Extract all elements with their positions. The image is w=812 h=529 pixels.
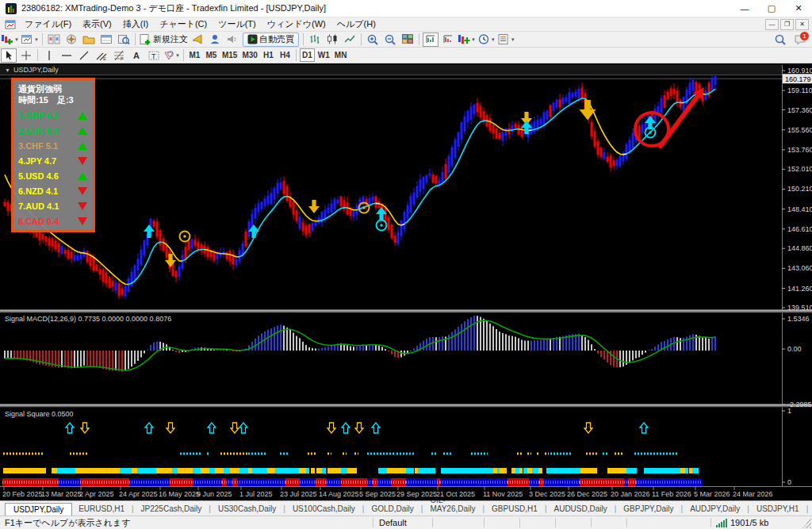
chart-area[interactable]: ▼ USDJPY,Daily 160.910159.110157.360155.…: [0, 63, 812, 500]
chart-tab[interactable]: USDJPY,H1: [750, 503, 806, 516]
strength-row: 8.CAD 0.4: [18, 213, 89, 228]
trendline-tool[interactable]: [76, 48, 92, 63]
down-triangle-icon: [78, 157, 87, 165]
svg-text:0: 0: [787, 478, 791, 486]
strength-label: 6.NZD 4.1: [18, 186, 58, 196]
menu-item[interactable]: 表示(V): [77, 17, 117, 31]
indicators-button[interactable]: ▼: [458, 33, 476, 47]
arrange-a-button[interactable]: [423, 33, 439, 47]
down-triangle-icon: [78, 202, 87, 210]
community-button[interactable]: [207, 33, 223, 47]
menu-item[interactable]: ヘルプ(H): [331, 17, 381, 31]
menu-item[interactable]: チャート(C): [154, 17, 213, 31]
line-chart-mode-button[interactable]: [342, 33, 358, 47]
vline-tool[interactable]: [41, 48, 57, 63]
strength-row: 5.USD 4.6: [18, 168, 89, 183]
auto-trading-button[interactable]: 自動売買: [243, 33, 299, 47]
chart-tab[interactable]: JP225Cash,Daily: [135, 503, 209, 516]
chart-tab[interactable]: GOLD,Daily: [365, 503, 419, 516]
price-chart[interactable]: 160.910159.110157.360155.560153.760152.0…: [0, 63, 812, 500]
timeframe-W1[interactable]: W1: [316, 48, 331, 62]
crosshair-tool[interactable]: [18, 48, 34, 63]
cursor-tool[interactable]: [1, 48, 17, 63]
hline-tool[interactable]: [59, 48, 75, 63]
svg-text:157.360: 157.360: [787, 106, 812, 114]
svg-text:143.060: 143.060: [787, 264, 812, 272]
chart-tab[interactable]: GBPUSD,H1: [485, 503, 544, 516]
new-order-label: 新規注文: [153, 33, 188, 45]
chart-tab[interactable]: EURUSD,H1: [72, 503, 131, 516]
timeframe-M30[interactable]: M30: [240, 48, 259, 62]
timeframe-H4[interactable]: H4: [278, 48, 293, 62]
svg-text:T: T: [151, 52, 156, 59]
zoom-in-button[interactable]: [365, 33, 381, 47]
navigator-button[interactable]: [63, 33, 79, 47]
svg-text:146.610: 146.610: [787, 225, 812, 233]
notifications-icon[interactable]: 1: [794, 33, 807, 46]
timeframe-MN[interactable]: MN: [333, 48, 349, 62]
close-button[interactable]: ✕: [785, 0, 812, 17]
strength-row: 1.GBP 6.6: [18, 108, 89, 123]
minimize-button[interactable]: —: [731, 0, 758, 17]
market-watch-button[interactable]: [46, 33, 62, 47]
terminal-button[interactable]: [98, 33, 114, 47]
maximize-button[interactable]: ▢: [758, 0, 785, 17]
channel-tool[interactable]: E: [94, 48, 109, 63]
timeframe-M15[interactable]: M15: [220, 48, 239, 62]
chart-tab[interactable]: GBPJPY,Daily: [617, 503, 680, 516]
timeframe-M5[interactable]: M5: [204, 48, 219, 62]
text-tool[interactable]: A: [128, 48, 144, 63]
svg-text:153.760: 153.760: [787, 146, 812, 154]
chart-tab[interactable]: AUDJPY,Daily: [684, 503, 746, 516]
svg-text:Signal Square 0.0500: Signal Square 0.0500: [5, 410, 74, 418]
menu-item[interactable]: ツール(T): [213, 17, 262, 31]
search-icon[interactable]: [774, 33, 787, 45]
svg-text:E: E: [103, 56, 106, 61]
zoom-out-button[interactable]: [382, 33, 398, 47]
svg-text:9 Jun 2025: 9 Jun 2025: [197, 490, 232, 498]
fibonacci-tool[interactable]: F: [111, 48, 127, 63]
new-order-button[interactable]: 新規注文: [139, 33, 188, 47]
window-title: 23806182: XMTrading-Demo 3 - デモ口座 - Trad…: [21, 2, 326, 14]
resize-grip[interactable]: [802, 519, 811, 528]
timeframe-H1[interactable]: H1: [261, 48, 276, 62]
bar-chart-mode-button[interactable]: [307, 33, 323, 47]
child-minimize-button[interactable]: —: [765, 19, 779, 30]
chart-tab[interactable]: US30Cash,Daily: [212, 503, 282, 516]
alerts-button[interactable]: [190, 33, 205, 47]
timeframe-M1[interactable]: M1: [187, 48, 202, 62]
arrange-b-button[interactable]: [440, 33, 456, 47]
menu-item[interactable]: 挿入(I): [117, 17, 154, 31]
child-restore-button[interactable]: ❐: [780, 19, 794, 30]
chart-tab[interactable]: US100Cash,Daily: [286, 503, 362, 516]
svg-text:152.010: 152.010: [787, 165, 812, 173]
history-center-button[interactable]: [81, 33, 97, 47]
status-profile[interactable]: Default: [379, 518, 407, 527]
candle-chart-mode-button[interactable]: [324, 33, 340, 47]
strength-label: 8.CAD 0.4: [18, 217, 59, 226]
sounds-button[interactable]: [224, 33, 240, 47]
svg-text:11 Feb 2026: 11 Feb 2026: [652, 490, 691, 498]
standard-toolbar: ▼ ▼ 新規注文 自動売買 ▼ ▼ ▼ 1: [0, 32, 812, 48]
menu-item[interactable]: ファイル(F): [19, 17, 77, 31]
tile-windows-button[interactable]: [400, 33, 416, 47]
chart-tab[interactable]: USDJPY,Daily: [5, 503, 72, 516]
shapes-tool[interactable]: ▼: [163, 48, 180, 63]
chart-subwindow-tab[interactable]: ▼ USDJPY,Daily: [0, 65, 782, 75]
chart-tab[interactable]: AUDUSD,Daily: [547, 503, 613, 516]
chart-tab[interactable]: EURJPY,Daily: [809, 503, 812, 516]
label-tool[interactable]: T: [146, 48, 162, 63]
strength-row: 3.CHF 5.1: [18, 138, 89, 153]
new-chart-button[interactable]: ▼: [1, 33, 19, 47]
timeframe-D1[interactable]: D1: [300, 48, 315, 62]
profiles-button[interactable]: ▼: [21, 33, 39, 47]
periods-button[interactable]: ▼: [477, 33, 496, 47]
app-icon: [6, 3, 17, 14]
strategy-tester-button[interactable]: [116, 33, 132, 47]
svg-text:148.410: 148.410: [787, 205, 812, 213]
child-close-button[interactable]: ✕: [795, 19, 809, 30]
strength-label: 7.AUD 4.1: [18, 201, 59, 211]
menu-item[interactable]: ウィンドウ(W): [262, 17, 331, 31]
templates-button[interactable]: ▼: [497, 33, 515, 47]
up-triangle-icon: [78, 142, 87, 150]
